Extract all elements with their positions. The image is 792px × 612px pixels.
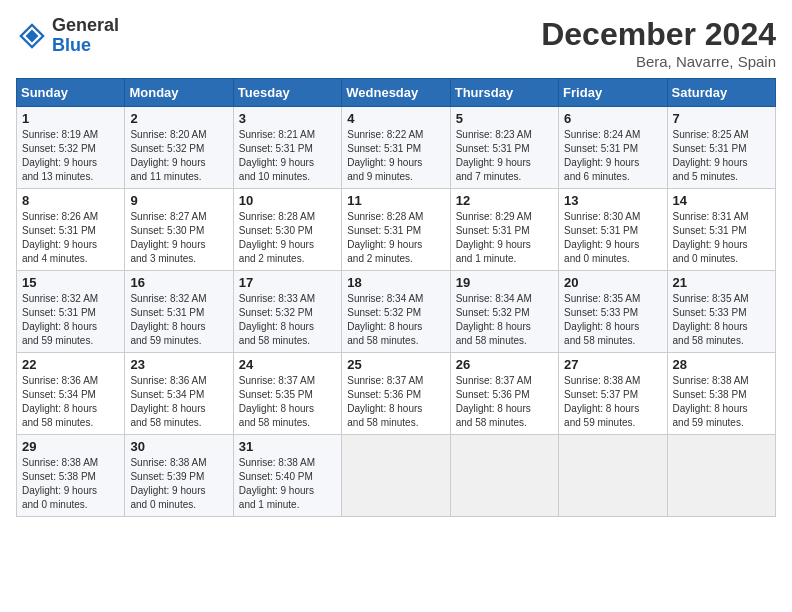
day-info: Sunrise: 8:21 AM Sunset: 5:31 PM Dayligh…	[239, 128, 336, 184]
day-info: Sunrise: 8:31 AM Sunset: 5:31 PM Dayligh…	[673, 210, 770, 266]
day-number: 27	[564, 357, 661, 372]
calendar-cell: 3Sunrise: 8:21 AM Sunset: 5:31 PM Daylig…	[233, 107, 341, 189]
day-info: Sunrise: 8:24 AM Sunset: 5:31 PM Dayligh…	[564, 128, 661, 184]
day-info: Sunrise: 8:34 AM Sunset: 5:32 PM Dayligh…	[456, 292, 553, 348]
day-info: Sunrise: 8:37 AM Sunset: 5:36 PM Dayligh…	[347, 374, 444, 430]
calendar-cell: 2Sunrise: 8:20 AM Sunset: 5:32 PM Daylig…	[125, 107, 233, 189]
weekday-header-thursday: Thursday	[450, 79, 558, 107]
day-info: Sunrise: 8:37 AM Sunset: 5:36 PM Dayligh…	[456, 374, 553, 430]
weekday-header-tuesday: Tuesday	[233, 79, 341, 107]
day-number: 17	[239, 275, 336, 290]
day-info: Sunrise: 8:38 AM Sunset: 5:38 PM Dayligh…	[22, 456, 119, 512]
day-number: 9	[130, 193, 227, 208]
weekday-header-monday: Monday	[125, 79, 233, 107]
day-info: Sunrise: 8:35 AM Sunset: 5:33 PM Dayligh…	[673, 292, 770, 348]
calendar-week-2: 8Sunrise: 8:26 AM Sunset: 5:31 PM Daylig…	[17, 189, 776, 271]
calendar-cell: 19Sunrise: 8:34 AM Sunset: 5:32 PM Dayli…	[450, 271, 558, 353]
day-info: Sunrise: 8:27 AM Sunset: 5:30 PM Dayligh…	[130, 210, 227, 266]
calendar-week-3: 15Sunrise: 8:32 AM Sunset: 5:31 PM Dayli…	[17, 271, 776, 353]
logo-text: General Blue	[52, 16, 119, 56]
calendar-cell: 16Sunrise: 8:32 AM Sunset: 5:31 PM Dayli…	[125, 271, 233, 353]
day-info: Sunrise: 8:32 AM Sunset: 5:31 PM Dayligh…	[130, 292, 227, 348]
weekday-header-friday: Friday	[559, 79, 667, 107]
day-number: 12	[456, 193, 553, 208]
calendar-cell: 14Sunrise: 8:31 AM Sunset: 5:31 PM Dayli…	[667, 189, 775, 271]
calendar-cell: 18Sunrise: 8:34 AM Sunset: 5:32 PM Dayli…	[342, 271, 450, 353]
day-info: Sunrise: 8:37 AM Sunset: 5:35 PM Dayligh…	[239, 374, 336, 430]
day-info: Sunrise: 8:36 AM Sunset: 5:34 PM Dayligh…	[130, 374, 227, 430]
calendar-table: SundayMondayTuesdayWednesdayThursdayFrid…	[16, 78, 776, 517]
day-info: Sunrise: 8:28 AM Sunset: 5:30 PM Dayligh…	[239, 210, 336, 266]
weekday-header-wednesday: Wednesday	[342, 79, 450, 107]
calendar-cell: 25Sunrise: 8:37 AM Sunset: 5:36 PM Dayli…	[342, 353, 450, 435]
calendar-cell: 24Sunrise: 8:37 AM Sunset: 5:35 PM Dayli…	[233, 353, 341, 435]
day-number: 23	[130, 357, 227, 372]
calendar-cell: 27Sunrise: 8:38 AM Sunset: 5:37 PM Dayli…	[559, 353, 667, 435]
day-number: 6	[564, 111, 661, 126]
day-number: 4	[347, 111, 444, 126]
day-number: 5	[456, 111, 553, 126]
day-number: 31	[239, 439, 336, 454]
day-number: 29	[22, 439, 119, 454]
day-number: 7	[673, 111, 770, 126]
day-number: 20	[564, 275, 661, 290]
calendar-cell: 9Sunrise: 8:27 AM Sunset: 5:30 PM Daylig…	[125, 189, 233, 271]
calendar-cell: 21Sunrise: 8:35 AM Sunset: 5:33 PM Dayli…	[667, 271, 775, 353]
day-info: Sunrise: 8:29 AM Sunset: 5:31 PM Dayligh…	[456, 210, 553, 266]
calendar-cell: 10Sunrise: 8:28 AM Sunset: 5:30 PM Dayli…	[233, 189, 341, 271]
day-number: 13	[564, 193, 661, 208]
day-info: Sunrise: 8:36 AM Sunset: 5:34 PM Dayligh…	[22, 374, 119, 430]
header: General Blue December 2024 Bera, Navarre…	[16, 16, 776, 70]
day-number: 24	[239, 357, 336, 372]
day-info: Sunrise: 8:28 AM Sunset: 5:31 PM Dayligh…	[347, 210, 444, 266]
day-info: Sunrise: 8:20 AM Sunset: 5:32 PM Dayligh…	[130, 128, 227, 184]
day-info: Sunrise: 8:35 AM Sunset: 5:33 PM Dayligh…	[564, 292, 661, 348]
day-info: Sunrise: 8:34 AM Sunset: 5:32 PM Dayligh…	[347, 292, 444, 348]
calendar-cell: 20Sunrise: 8:35 AM Sunset: 5:33 PM Dayli…	[559, 271, 667, 353]
calendar-cell: 13Sunrise: 8:30 AM Sunset: 5:31 PM Dayli…	[559, 189, 667, 271]
calendar-cell: 5Sunrise: 8:23 AM Sunset: 5:31 PM Daylig…	[450, 107, 558, 189]
day-number: 15	[22, 275, 119, 290]
day-info: Sunrise: 8:22 AM Sunset: 5:31 PM Dayligh…	[347, 128, 444, 184]
title-area: December 2024 Bera, Navarre, Spain	[541, 16, 776, 70]
location: Bera, Navarre, Spain	[541, 53, 776, 70]
day-number: 28	[673, 357, 770, 372]
calendar-cell: 12Sunrise: 8:29 AM Sunset: 5:31 PM Dayli…	[450, 189, 558, 271]
calendar-cell: 8Sunrise: 8:26 AM Sunset: 5:31 PM Daylig…	[17, 189, 125, 271]
day-info: Sunrise: 8:33 AM Sunset: 5:32 PM Dayligh…	[239, 292, 336, 348]
logo: General Blue	[16, 16, 119, 56]
day-info: Sunrise: 8:38 AM Sunset: 5:37 PM Dayligh…	[564, 374, 661, 430]
calendar-cell	[450, 435, 558, 517]
calendar-week-1: 1Sunrise: 8:19 AM Sunset: 5:32 PM Daylig…	[17, 107, 776, 189]
calendar-cell: 4Sunrise: 8:22 AM Sunset: 5:31 PM Daylig…	[342, 107, 450, 189]
calendar-cell	[559, 435, 667, 517]
month-title: December 2024	[541, 16, 776, 53]
weekday-header-saturday: Saturday	[667, 79, 775, 107]
day-number: 18	[347, 275, 444, 290]
day-number: 16	[130, 275, 227, 290]
calendar-week-5: 29Sunrise: 8:38 AM Sunset: 5:38 PM Dayli…	[17, 435, 776, 517]
day-info: Sunrise: 8:26 AM Sunset: 5:31 PM Dayligh…	[22, 210, 119, 266]
calendar-cell: 29Sunrise: 8:38 AM Sunset: 5:38 PM Dayli…	[17, 435, 125, 517]
day-number: 1	[22, 111, 119, 126]
day-number: 22	[22, 357, 119, 372]
calendar-cell: 11Sunrise: 8:28 AM Sunset: 5:31 PM Dayli…	[342, 189, 450, 271]
day-info: Sunrise: 8:38 AM Sunset: 5:38 PM Dayligh…	[673, 374, 770, 430]
day-number: 10	[239, 193, 336, 208]
calendar-cell: 31Sunrise: 8:38 AM Sunset: 5:40 PM Dayli…	[233, 435, 341, 517]
weekday-header-row: SundayMondayTuesdayWednesdayThursdayFrid…	[17, 79, 776, 107]
day-number: 25	[347, 357, 444, 372]
day-number: 8	[22, 193, 119, 208]
day-number: 14	[673, 193, 770, 208]
calendar-cell: 6Sunrise: 8:24 AM Sunset: 5:31 PM Daylig…	[559, 107, 667, 189]
day-number: 2	[130, 111, 227, 126]
calendar-cell: 23Sunrise: 8:36 AM Sunset: 5:34 PM Dayli…	[125, 353, 233, 435]
day-info: Sunrise: 8:30 AM Sunset: 5:31 PM Dayligh…	[564, 210, 661, 266]
day-number: 30	[130, 439, 227, 454]
calendar-cell: 22Sunrise: 8:36 AM Sunset: 5:34 PM Dayli…	[17, 353, 125, 435]
calendar-cell: 1Sunrise: 8:19 AM Sunset: 5:32 PM Daylig…	[17, 107, 125, 189]
day-info: Sunrise: 8:38 AM Sunset: 5:40 PM Dayligh…	[239, 456, 336, 512]
logo-icon	[16, 20, 48, 52]
calendar-body: 1Sunrise: 8:19 AM Sunset: 5:32 PM Daylig…	[17, 107, 776, 517]
calendar-week-4: 22Sunrise: 8:36 AM Sunset: 5:34 PM Dayli…	[17, 353, 776, 435]
